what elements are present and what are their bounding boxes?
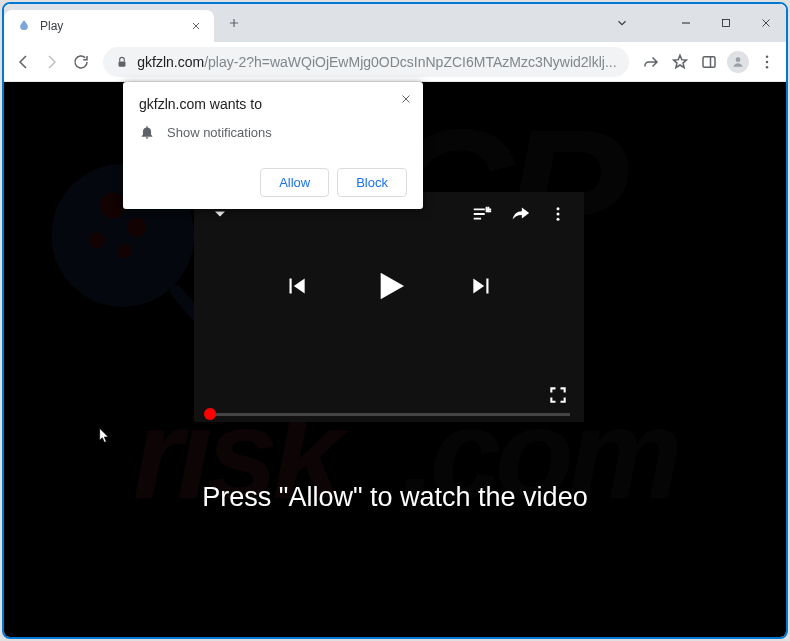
avatar-icon [727,51,749,73]
fullscreen-icon[interactable] [546,383,570,407]
popup-permission-row: Show notifications [139,124,407,140]
window-controls [602,4,786,42]
next-button[interactable] [469,273,495,299]
svg-point-8 [100,193,126,219]
titlebar: Play [4,4,786,42]
cursor-icon [97,427,113,447]
lock-icon [115,55,129,69]
svg-point-16 [557,207,560,210]
new-tab-button[interactable] [220,9,248,37]
player-controls [194,266,584,306]
progress-thumb[interactable] [204,408,216,420]
popup-close-icon[interactable] [399,92,413,106]
player-bottom-bar [194,373,584,422]
progress-bar[interactable] [208,413,570,416]
favicon-icon [16,18,32,34]
video-player [194,192,584,422]
popup-permission-label: Show notifications [167,125,272,140]
share-icon[interactable] [508,202,532,226]
url-text: gkfzln.com/play-2?h=waWQiOjEwMjg0ODcsInN… [137,54,616,70]
svg-point-10 [89,232,105,248]
svg-point-6 [766,65,769,68]
svg-rect-2 [703,56,715,67]
previous-button[interactable] [283,273,309,299]
share-button[interactable] [639,46,664,78]
address-bar[interactable]: gkfzln.com/play-2?h=waWQiOjEwMjg0ODcsInN… [103,47,628,77]
svg-point-11 [118,244,132,258]
more-icon[interactable] [546,202,570,226]
svg-point-9 [127,218,147,238]
profile-button[interactable] [726,46,751,78]
bell-icon [139,124,155,140]
maximize-button[interactable] [706,4,746,42]
minimize-button[interactable] [666,4,706,42]
play-button[interactable] [369,266,409,306]
queue-icon[interactable] [470,202,494,226]
side-panel-button[interactable] [697,46,722,78]
svg-point-3 [736,57,741,62]
svg-point-18 [557,218,560,221]
browser-toolbar: gkfzln.com/play-2?h=waWQiOjEwMjg0ODcsInN… [4,42,786,82]
popup-title: gkfzln.com wants to [139,96,407,112]
allow-button[interactable]: Allow [260,168,329,197]
menu-button[interactable] [755,46,780,78]
browser-tab[interactable]: Play [4,10,214,42]
bookmark-button[interactable] [668,46,693,78]
svg-point-4 [766,55,769,58]
back-button[interactable] [10,46,35,78]
svg-rect-0 [723,20,730,27]
browser-window: Play gkfzln.com/play-2 [2,2,788,639]
tab-strip: Play [4,4,602,42]
cta-text: Press "Allow" to watch the video [4,482,786,513]
popup-actions: Allow Block [139,168,407,197]
search-tabs-button[interactable] [602,4,642,42]
tab-close-icon[interactable] [188,18,204,34]
svg-point-5 [766,60,769,63]
svg-rect-1 [119,61,126,66]
forward-button[interactable] [39,46,64,78]
notification-permission-popup: gkfzln.com wants to Show notifications A… [123,82,423,209]
close-window-button[interactable] [746,4,786,42]
tab-title: Play [40,19,180,33]
reload-button[interactable] [68,46,93,78]
block-button[interactable]: Block [337,168,407,197]
svg-point-17 [557,213,560,216]
